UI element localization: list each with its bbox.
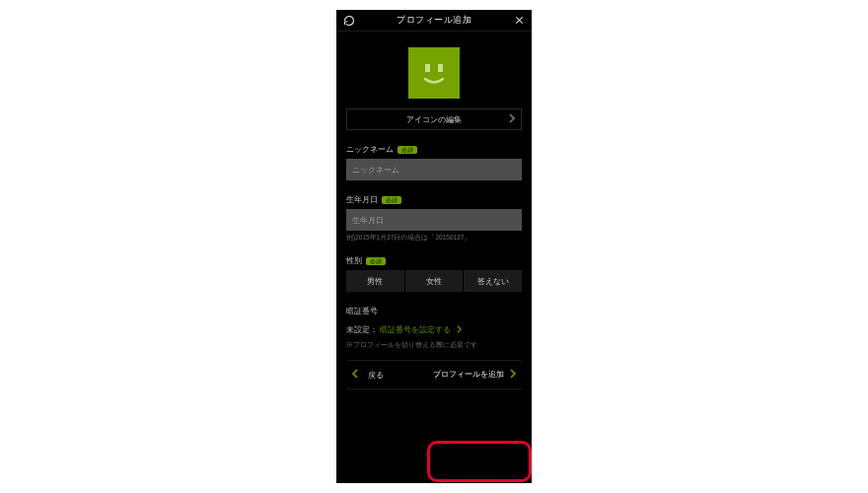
gender-option-male[interactable]: 男性 <box>346 270 405 292</box>
page-title: プロフィール追加 <box>356 14 512 27</box>
add-profile-label: プロフィールを追加 <box>433 371 504 379</box>
gender-label: 性別 <box>346 255 362 266</box>
chevron-right-icon <box>510 369 516 381</box>
chevron-right-icon <box>509 113 515 125</box>
gender-option-female[interactable]: 女性 <box>405 270 465 292</box>
chevron-right-icon <box>457 325 462 335</box>
birthday-field: 生年月日 必須 例)2015年1月27日の場合は「20150127」 <box>346 194 522 242</box>
edit-icon-label: アイコンの編集 <box>406 114 462 125</box>
svg-rect-1 <box>425 64 430 72</box>
required-badge: 必須 <box>382 196 401 204</box>
back-button[interactable]: 戻る <box>346 361 425 388</box>
profile-add-screen: プロフィール追加 アイコンの編集 <box>336 10 532 483</box>
birthday-hint: 例)2015年1月27日の場合は「20150127」 <box>346 234 522 242</box>
nickname-input[interactable] <box>346 159 522 180</box>
birthday-label: 生年月日 <box>346 194 378 205</box>
pin-section: 暗証番号 未設定：暗証番号を設定する ※プロフィールを切り替える際に必要です <box>346 306 522 350</box>
svg-rect-2 <box>438 64 443 72</box>
add-profile-button[interactable]: プロフィールを追加 <box>425 361 522 388</box>
header-bar: プロフィール追加 <box>336 10 532 32</box>
birthday-input[interactable] <box>346 209 522 231</box>
highlight-ring <box>427 441 532 482</box>
refresh-icon[interactable] <box>342 14 356 28</box>
close-icon[interactable] <box>512 14 526 28</box>
nickname-label: ニックネーム <box>346 144 394 155</box>
edit-icon-button[interactable]: アイコンの編集 <box>346 108 522 130</box>
svg-rect-0 <box>414 53 454 93</box>
nickname-field: ニックネーム 必須 <box>346 144 522 180</box>
back-label: 戻る <box>368 370 384 381</box>
footer-actions: 戻る プロフィールを追加 <box>346 360 522 389</box>
gender-segmented: 男性 女性 答えない <box>346 270 522 292</box>
pin-unset-prefix: 未設定： <box>346 325 378 334</box>
gender-option-noanswer[interactable]: 答えない <box>464 270 522 292</box>
required-badge: 必須 <box>398 146 417 154</box>
avatar-wrap <box>346 47 522 99</box>
pin-note: ※プロフィールを切り替える際に必要です <box>346 341 522 350</box>
required-badge: 必須 <box>366 257 386 265</box>
gender-field: 性別 必須 男性 女性 答えない <box>346 255 522 292</box>
avatar <box>408 47 460 99</box>
pin-label: 暗証番号 <box>346 306 522 317</box>
pin-set-link[interactable]: 暗証番号を設定する <box>380 325 451 334</box>
chevron-left-icon <box>352 369 358 381</box>
